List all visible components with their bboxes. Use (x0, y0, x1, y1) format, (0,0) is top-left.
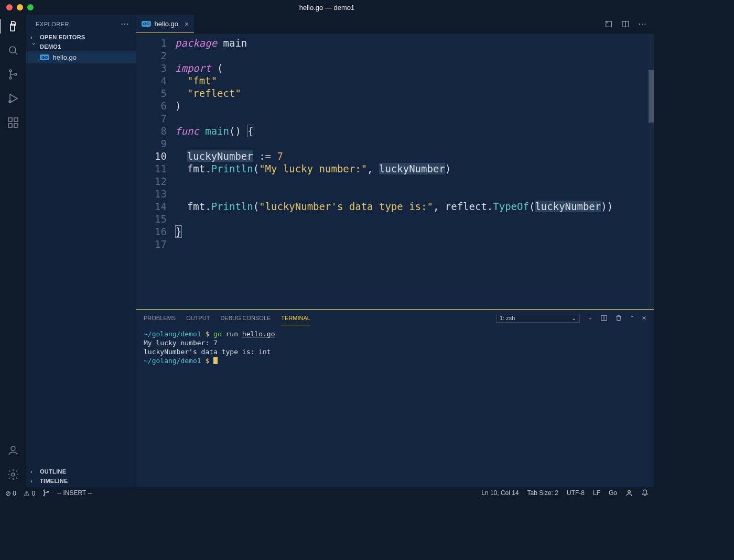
tab-label: hello.go (154, 20, 178, 28)
extensions-icon[interactable] (6, 115, 20, 130)
go-file-icon: GO (40, 54, 49, 60)
settings-gear-icon[interactable] (6, 467, 20, 482)
sidebar-more-icon[interactable]: ⋯ (121, 20, 129, 28)
explorer-icon[interactable] (0, 19, 26, 34)
section-label: DEMO1 (40, 43, 61, 50)
svg-rect-7 (8, 124, 12, 127)
maximize-window-button[interactable] (27, 4, 34, 10)
close-window-button[interactable] (6, 4, 13, 10)
panel-tab-problems[interactable]: PROBLEMS (144, 315, 176, 321)
chevron-up-icon[interactable]: ⌃ (630, 315, 634, 322)
chevron-down-icon: ⌄ (571, 315, 576, 322)
svg-point-3 (15, 73, 17, 75)
panel-tab-terminal[interactable]: TERMINAL (281, 315, 310, 325)
sidebar-title: EXPLORER (36, 21, 69, 27)
svg-point-2 (9, 77, 12, 79)
new-terminal-icon[interactable]: ＋ (587, 314, 593, 322)
svg-rect-5 (8, 118, 12, 122)
window-controls (6, 4, 34, 10)
git-branch-status[interactable] (42, 489, 50, 497)
panel-tab-debug-console[interactable]: DEBUG CONSOLE (220, 315, 271, 321)
section-label: OUTLINE (40, 468, 66, 475)
feedback-icon[interactable] (625, 489, 633, 497)
split-terminal-icon[interactable] (600, 314, 608, 322)
warnings-status[interactable]: ⚠ 0 (24, 489, 35, 497)
editor-tab[interactable]: GO hello.go × (136, 15, 194, 33)
svg-rect-8 (14, 124, 18, 127)
section-label: TIMELINE (40, 478, 68, 484)
outline-section[interactable]: › OUTLINE (26, 467, 136, 476)
svg-point-10 (12, 473, 15, 476)
minimize-window-button[interactable] (17, 4, 23, 10)
svg-point-9 (11, 446, 15, 451)
window-title: hello.go — demo1 (0, 4, 654, 12)
notifications-icon[interactable] (641, 489, 649, 497)
section-label: OPEN EDITORS (40, 34, 85, 40)
close-tab-icon[interactable]: × (185, 20, 189, 28)
svg-point-15 (44, 495, 45, 496)
code-editor[interactable]: 1234567891011121314151617 package main i… (136, 34, 654, 309)
terminal-selector[interactable]: 1: zsh ⌄ (496, 314, 580, 323)
panel-tab-bar: PROBLEMS OUTPUT DEBUG CONSOLE TERMINAL 1… (136, 310, 654, 326)
explorer-sidebar: EXPLORER ⋯ › OPEN EDITORS › DEMO1 GO hel… (26, 15, 136, 487)
code-content[interactable]: package main import ( "fmt" "reflect") f… (173, 34, 654, 309)
terminal-content[interactable]: ~/golang/demo1 $ go run hello.go My luck… (136, 326, 654, 487)
language-mode[interactable]: Go (609, 489, 617, 497)
vim-mode: -- INSERT -- (57, 489, 92, 497)
chevron-right-icon: › (30, 468, 38, 475)
source-control-icon[interactable] (6, 67, 20, 82)
svg-rect-6 (14, 118, 18, 122)
cursor-position[interactable]: Ln 10, Col 14 (481, 489, 519, 497)
open-editors-section[interactable]: › OPEN EDITORS (26, 32, 136, 42)
close-panel-icon[interactable]: ✕ (642, 315, 646, 322)
accounts-icon[interactable] (6, 443, 20, 458)
eol[interactable]: LF (593, 489, 600, 497)
editor-tab-bar: GO hello.go × ⋯ (136, 15, 654, 34)
kill-terminal-icon[interactable] (615, 314, 622, 322)
more-actions-icon[interactable]: ⋯ (638, 19, 646, 29)
bottom-panel: PROBLEMS OUTPUT DEBUG CONSOLE TERMINAL 1… (136, 309, 654, 487)
status-bar: ⊘ 0 ⚠ 0 -- INSERT -- Ln 10, Col 14 Tab S… (0, 487, 654, 499)
search-icon[interactable] (6, 43, 20, 58)
run-debug-icon[interactable] (6, 91, 20, 106)
encoding[interactable]: UTF-8 (567, 489, 585, 497)
chevron-right-icon: › (30, 478, 38, 484)
errors-status[interactable]: ⊘ 0 (5, 489, 16, 497)
tab-size[interactable]: Tab Size: 2 (527, 489, 558, 497)
editor-group: GO hello.go × ⋯ 123456789101112131415161… (136, 15, 654, 487)
line-number-gutter: 1234567891011121314151617 (136, 34, 173, 309)
svg-point-14 (44, 490, 45, 491)
file-name: hello.go (52, 53, 77, 61)
title-bar: hello.go — demo1 (0, 0, 654, 15)
minimap-viewport[interactable] (649, 70, 654, 123)
chevron-down-icon: › (31, 43, 37, 50)
split-editor-icon[interactable] (621, 20, 630, 28)
timeline-section[interactable]: › TIMELINE (26, 476, 136, 487)
svg-point-17 (628, 490, 631, 493)
minimap[interactable] (647, 34, 654, 309)
terminal-selector-label: 1: zsh (500, 315, 515, 321)
go-file-icon: GO (142, 21, 151, 27)
file-tree-item[interactable]: GO hello.go (26, 51, 136, 63)
svg-point-1 (9, 70, 12, 72)
toggle-preview-icon[interactable] (605, 20, 613, 28)
panel-tab-output[interactable]: OUTPUT (186, 315, 210, 321)
activity-bar (0, 15, 26, 487)
svg-point-0 (9, 47, 16, 53)
chevron-right-icon: › (30, 34, 38, 40)
project-section[interactable]: › DEMO1 (26, 42, 136, 51)
